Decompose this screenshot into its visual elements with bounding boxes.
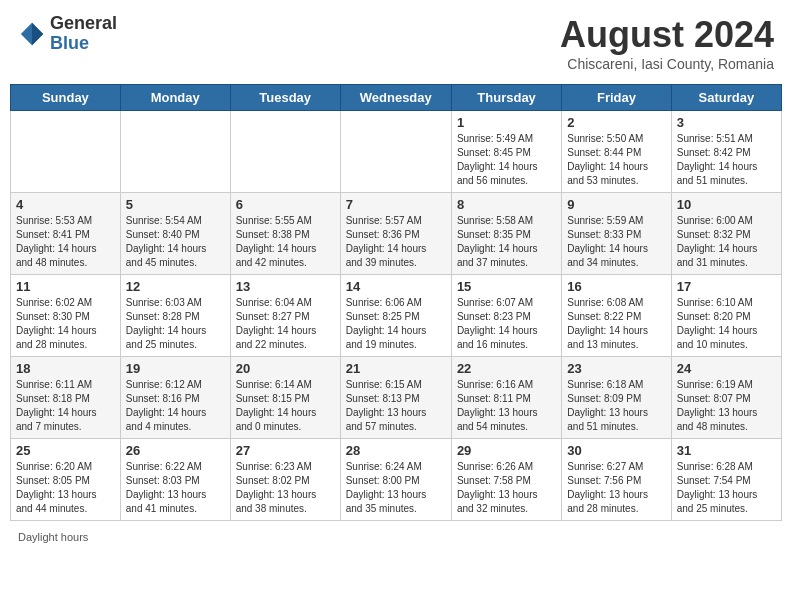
day-info: Sunrise: 6:06 AM Sunset: 8:25 PM Dayligh… bbox=[346, 296, 446, 352]
day-number: 7 bbox=[346, 197, 446, 212]
day-info: Sunrise: 5:55 AM Sunset: 8:38 PM Dayligh… bbox=[236, 214, 335, 270]
calendar-cell: 21Sunrise: 6:15 AM Sunset: 8:13 PM Dayli… bbox=[340, 357, 451, 439]
calendar-cell: 14Sunrise: 6:06 AM Sunset: 8:25 PM Dayli… bbox=[340, 275, 451, 357]
day-info: Sunrise: 6:26 AM Sunset: 7:58 PM Dayligh… bbox=[457, 460, 556, 516]
calendar-cell: 24Sunrise: 6:19 AM Sunset: 8:07 PM Dayli… bbox=[671, 357, 781, 439]
logo-icon bbox=[18, 20, 46, 48]
column-header-tuesday: Tuesday bbox=[230, 85, 340, 111]
calendar-cell: 1Sunrise: 5:49 AM Sunset: 8:45 PM Daylig… bbox=[451, 111, 561, 193]
day-number: 23 bbox=[567, 361, 665, 376]
title-area: August 2024 Chiscareni, Iasi County, Rom… bbox=[560, 14, 774, 72]
day-info: Sunrise: 6:00 AM Sunset: 8:32 PM Dayligh… bbox=[677, 214, 776, 270]
logo: General Blue bbox=[18, 14, 117, 54]
day-number: 22 bbox=[457, 361, 556, 376]
day-number: 21 bbox=[346, 361, 446, 376]
calendar-cell: 10Sunrise: 6:00 AM Sunset: 8:32 PM Dayli… bbox=[671, 193, 781, 275]
day-info: Sunrise: 6:12 AM Sunset: 8:16 PM Dayligh… bbox=[126, 378, 225, 434]
calendar-cell: 20Sunrise: 6:14 AM Sunset: 8:15 PM Dayli… bbox=[230, 357, 340, 439]
day-number: 9 bbox=[567, 197, 665, 212]
calendar-cell: 28Sunrise: 6:24 AM Sunset: 8:00 PM Dayli… bbox=[340, 439, 451, 521]
day-info: Sunrise: 6:14 AM Sunset: 8:15 PM Dayligh… bbox=[236, 378, 335, 434]
day-info: Sunrise: 6:10 AM Sunset: 8:20 PM Dayligh… bbox=[677, 296, 776, 352]
day-info: Sunrise: 6:22 AM Sunset: 8:03 PM Dayligh… bbox=[126, 460, 225, 516]
calendar-cell: 5Sunrise: 5:54 AM Sunset: 8:40 PM Daylig… bbox=[120, 193, 230, 275]
day-number: 10 bbox=[677, 197, 776, 212]
day-number: 28 bbox=[346, 443, 446, 458]
day-info: Sunrise: 5:57 AM Sunset: 8:36 PM Dayligh… bbox=[346, 214, 446, 270]
calendar-cell: 11Sunrise: 6:02 AM Sunset: 8:30 PM Dayli… bbox=[11, 275, 121, 357]
calendar-week-2: 4Sunrise: 5:53 AM Sunset: 8:41 PM Daylig… bbox=[11, 193, 782, 275]
calendar-cell: 3Sunrise: 5:51 AM Sunset: 8:42 PM Daylig… bbox=[671, 111, 781, 193]
day-number: 16 bbox=[567, 279, 665, 294]
column-header-wednesday: Wednesday bbox=[340, 85, 451, 111]
day-number: 25 bbox=[16, 443, 115, 458]
column-header-saturday: Saturday bbox=[671, 85, 781, 111]
day-number: 19 bbox=[126, 361, 225, 376]
day-info: Sunrise: 6:07 AM Sunset: 8:23 PM Dayligh… bbox=[457, 296, 556, 352]
calendar-cell: 12Sunrise: 6:03 AM Sunset: 8:28 PM Dayli… bbox=[120, 275, 230, 357]
day-number: 17 bbox=[677, 279, 776, 294]
calendar-cell: 16Sunrise: 6:08 AM Sunset: 8:22 PM Dayli… bbox=[562, 275, 671, 357]
calendar-cell: 25Sunrise: 6:20 AM Sunset: 8:05 PM Dayli… bbox=[11, 439, 121, 521]
day-info: Sunrise: 6:02 AM Sunset: 8:30 PM Dayligh… bbox=[16, 296, 115, 352]
day-number: 15 bbox=[457, 279, 556, 294]
logo-blue-text: Blue bbox=[50, 34, 117, 54]
calendar-table: SundayMondayTuesdayWednesdayThursdayFrid… bbox=[10, 84, 782, 521]
day-number: 20 bbox=[236, 361, 335, 376]
day-number: 3 bbox=[677, 115, 776, 130]
calendar-cell: 31Sunrise: 6:28 AM Sunset: 7:54 PM Dayli… bbox=[671, 439, 781, 521]
calendar-cell: 7Sunrise: 5:57 AM Sunset: 8:36 PM Daylig… bbox=[340, 193, 451, 275]
day-number: 2 bbox=[567, 115, 665, 130]
calendar-cell: 29Sunrise: 6:26 AM Sunset: 7:58 PM Dayli… bbox=[451, 439, 561, 521]
day-info: Sunrise: 5:54 AM Sunset: 8:40 PM Dayligh… bbox=[126, 214, 225, 270]
calendar-cell: 9Sunrise: 5:59 AM Sunset: 8:33 PM Daylig… bbox=[562, 193, 671, 275]
calendar-header-row: SundayMondayTuesdayWednesdayThursdayFrid… bbox=[11, 85, 782, 111]
day-number: 18 bbox=[16, 361, 115, 376]
calendar-week-5: 25Sunrise: 6:20 AM Sunset: 8:05 PM Dayli… bbox=[11, 439, 782, 521]
calendar-cell: 18Sunrise: 6:11 AM Sunset: 8:18 PM Dayli… bbox=[11, 357, 121, 439]
day-info: Sunrise: 6:27 AM Sunset: 7:56 PM Dayligh… bbox=[567, 460, 665, 516]
day-info: Sunrise: 5:49 AM Sunset: 8:45 PM Dayligh… bbox=[457, 132, 556, 188]
calendar-cell: 17Sunrise: 6:10 AM Sunset: 8:20 PM Dayli… bbox=[671, 275, 781, 357]
day-number: 4 bbox=[16, 197, 115, 212]
calendar-cell bbox=[120, 111, 230, 193]
day-info: Sunrise: 6:28 AM Sunset: 7:54 PM Dayligh… bbox=[677, 460, 776, 516]
location: Chiscareni, Iasi County, Romania bbox=[560, 56, 774, 72]
day-info: Sunrise: 6:23 AM Sunset: 8:02 PM Dayligh… bbox=[236, 460, 335, 516]
day-info: Sunrise: 5:59 AM Sunset: 8:33 PM Dayligh… bbox=[567, 214, 665, 270]
day-number: 13 bbox=[236, 279, 335, 294]
calendar-week-4: 18Sunrise: 6:11 AM Sunset: 8:18 PM Dayli… bbox=[11, 357, 782, 439]
calendar-cell: 8Sunrise: 5:58 AM Sunset: 8:35 PM Daylig… bbox=[451, 193, 561, 275]
day-number: 6 bbox=[236, 197, 335, 212]
daylight-label: Daylight hours bbox=[18, 531, 88, 543]
svg-marker-1 bbox=[32, 23, 43, 45]
day-info: Sunrise: 6:03 AM Sunset: 8:28 PM Dayligh… bbox=[126, 296, 225, 352]
day-info: Sunrise: 5:50 AM Sunset: 8:44 PM Dayligh… bbox=[567, 132, 665, 188]
day-info: Sunrise: 5:53 AM Sunset: 8:41 PM Dayligh… bbox=[16, 214, 115, 270]
calendar-week-3: 11Sunrise: 6:02 AM Sunset: 8:30 PM Dayli… bbox=[11, 275, 782, 357]
calendar-cell: 2Sunrise: 5:50 AM Sunset: 8:44 PM Daylig… bbox=[562, 111, 671, 193]
day-info: Sunrise: 5:58 AM Sunset: 8:35 PM Dayligh… bbox=[457, 214, 556, 270]
month-year: August 2024 bbox=[560, 14, 774, 56]
day-number: 11 bbox=[16, 279, 115, 294]
day-number: 30 bbox=[567, 443, 665, 458]
calendar-cell bbox=[11, 111, 121, 193]
day-number: 29 bbox=[457, 443, 556, 458]
calendar-cell: 6Sunrise: 5:55 AM Sunset: 8:38 PM Daylig… bbox=[230, 193, 340, 275]
footer: Daylight hours bbox=[10, 529, 782, 545]
calendar-cell: 15Sunrise: 6:07 AM Sunset: 8:23 PM Dayli… bbox=[451, 275, 561, 357]
calendar-cell: 4Sunrise: 5:53 AM Sunset: 8:41 PM Daylig… bbox=[11, 193, 121, 275]
column-header-friday: Friday bbox=[562, 85, 671, 111]
column-header-thursday: Thursday bbox=[451, 85, 561, 111]
page-header: General Blue August 2024 Chiscareni, Ias… bbox=[10, 10, 782, 76]
column-header-monday: Monday bbox=[120, 85, 230, 111]
day-number: 8 bbox=[457, 197, 556, 212]
day-info: Sunrise: 6:18 AM Sunset: 8:09 PM Dayligh… bbox=[567, 378, 665, 434]
calendar-cell: 13Sunrise: 6:04 AM Sunset: 8:27 PM Dayli… bbox=[230, 275, 340, 357]
day-number: 24 bbox=[677, 361, 776, 376]
day-info: Sunrise: 6:19 AM Sunset: 8:07 PM Dayligh… bbox=[677, 378, 776, 434]
calendar-cell bbox=[230, 111, 340, 193]
calendar-cell: 19Sunrise: 6:12 AM Sunset: 8:16 PM Dayli… bbox=[120, 357, 230, 439]
calendar-cell: 27Sunrise: 6:23 AM Sunset: 8:02 PM Dayli… bbox=[230, 439, 340, 521]
day-number: 1 bbox=[457, 115, 556, 130]
